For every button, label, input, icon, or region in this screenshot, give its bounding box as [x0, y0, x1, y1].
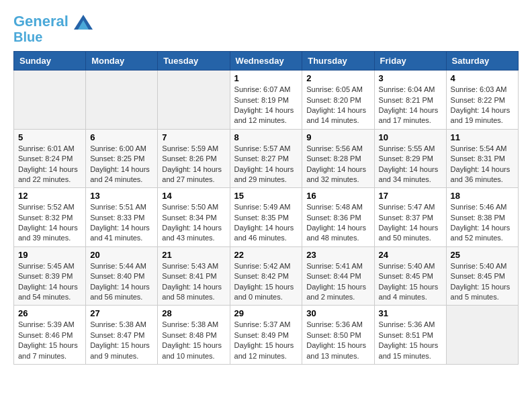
day-info: Sunrise: 6:01 AMSunset: 8:24 PMDaylight:…: [18, 144, 81, 185]
logo-blue: Blue: [13, 30, 93, 44]
day-number: 7: [162, 132, 225, 142]
calendar-week-row: 12Sunrise: 5:52 AMSunset: 8:32 PMDayligh…: [14, 188, 519, 247]
weekday-header: Sunday: [14, 52, 86, 71]
day-number: 8: [234, 132, 298, 142]
calendar-day-cell: 14Sunrise: 5:50 AMSunset: 8:34 PMDayligh…: [158, 188, 230, 247]
day-info: Sunrise: 6:03 AMSunset: 8:22 PMDaylight:…: [451, 85, 514, 126]
weekday-header: Tuesday: [158, 52, 230, 71]
logo-general: General: [13, 13, 69, 30]
weekday-header: Thursday: [302, 52, 374, 71]
calendar-day-cell: 13Sunrise: 5:51 AMSunset: 8:33 PMDayligh…: [86, 188, 158, 247]
calendar-week-row: 1Sunrise: 6:07 AMSunset: 8:19 PMDaylight…: [14, 71, 519, 130]
calendar-day-cell: 8Sunrise: 5:57 AMSunset: 8:27 PMDaylight…: [230, 129, 302, 188]
calendar-week-row: 26Sunrise: 5:39 AMSunset: 8:46 PMDayligh…: [14, 306, 519, 365]
day-number: 3: [379, 73, 442, 83]
calendar-day-cell: 2Sunrise: 6:05 AMSunset: 8:20 PMDaylight…: [302, 71, 374, 130]
day-info: Sunrise: 5:42 AMSunset: 8:42 PMDaylight:…: [234, 261, 298, 303]
calendar-day-cell: 5Sunrise: 6:01 AMSunset: 8:24 PMDaylight…: [14, 129, 86, 188]
day-number: 13: [90, 191, 153, 201]
calendar-day-cell: 20Sunrise: 5:44 AMSunset: 8:40 PMDayligh…: [86, 246, 158, 306]
calendar-day-cell: 3Sunrise: 6:04 AMSunset: 8:21 PMDaylight…: [374, 71, 446, 130]
calendar-day-cell: [158, 71, 230, 130]
calendar-day-cell: [446, 306, 518, 365]
day-number: 16: [306, 191, 369, 201]
calendar-day-cell: 31Sunrise: 5:36 AMSunset: 8:51 PMDayligh…: [374, 306, 446, 365]
calendar-day-cell: 18Sunrise: 5:46 AMSunset: 8:38 PMDayligh…: [446, 188, 518, 247]
calendar-week-row: 5Sunrise: 6:01 AMSunset: 8:24 PMDaylight…: [14, 129, 519, 188]
calendar-day-cell: 22Sunrise: 5:42 AMSunset: 8:42 PMDayligh…: [230, 246, 302, 306]
day-info: Sunrise: 5:40 AMSunset: 8:45 PMDaylight:…: [379, 261, 442, 303]
logo-text: General: [13, 13, 93, 30]
calendar-day-cell: 4Sunrise: 6:03 AMSunset: 8:22 PMDaylight…: [446, 71, 518, 130]
day-number: 12: [18, 191, 81, 201]
day-info: Sunrise: 5:45 AMSunset: 8:39 PMDaylight:…: [18, 261, 81, 303]
day-number: 6: [90, 132, 153, 142]
page-container: General Blue SundayMondayTuesdayWednesda…: [13, 13, 519, 365]
day-number: 24: [379, 250, 442, 260]
calendar-day-cell: 1Sunrise: 6:07 AMSunset: 8:19 PMDaylight…: [230, 71, 302, 130]
weekday-header: Monday: [86, 52, 158, 71]
day-number: 4: [451, 73, 514, 83]
calendar-day-cell: 9Sunrise: 5:56 AMSunset: 8:28 PMDaylight…: [302, 129, 374, 188]
day-info: Sunrise: 6:05 AMSunset: 8:20 PMDaylight:…: [306, 85, 369, 126]
day-number: 2: [306, 73, 369, 83]
day-info: Sunrise: 5:47 AMSunset: 8:37 PMDaylight:…: [379, 202, 442, 244]
day-info: Sunrise: 5:59 AMSunset: 8:26 PMDaylight:…: [162, 144, 225, 185]
day-number: 23: [306, 250, 369, 260]
day-info: Sunrise: 5:37 AMSunset: 8:49 PMDaylight:…: [234, 320, 298, 361]
day-number: 22: [234, 250, 298, 260]
day-number: 27: [90, 308, 153, 318]
day-info: Sunrise: 5:55 AMSunset: 8:29 PMDaylight:…: [379, 144, 442, 185]
day-number: 18: [451, 191, 514, 201]
calendar-day-cell: 24Sunrise: 5:40 AMSunset: 8:45 PMDayligh…: [374, 246, 446, 306]
day-number: 31: [379, 308, 442, 318]
calendar-day-cell: 23Sunrise: 5:41 AMSunset: 8:44 PMDayligh…: [302, 246, 374, 306]
logo-icon: [74, 15, 93, 30]
day-info: Sunrise: 5:50 AMSunset: 8:34 PMDaylight:…: [162, 202, 225, 244]
calendar: SundayMondayTuesdayWednesdayThursdayFrid…: [13, 51, 519, 365]
day-number: 25: [451, 250, 514, 260]
day-info: Sunrise: 5:41 AMSunset: 8:44 PMDaylight:…: [306, 261, 369, 303]
day-number: 11: [451, 132, 514, 142]
weekday-header: Wednesday: [230, 52, 302, 71]
day-info: Sunrise: 5:39 AMSunset: 8:46 PMDaylight:…: [18, 320, 81, 361]
day-info: Sunrise: 5:38 AMSunset: 8:47 PMDaylight:…: [90, 320, 153, 361]
day-number: 20: [90, 250, 153, 260]
calendar-day-cell: 28Sunrise: 5:38 AMSunset: 8:48 PMDayligh…: [158, 306, 230, 365]
day-info: Sunrise: 5:44 AMSunset: 8:40 PMDaylight:…: [90, 261, 153, 303]
day-number: 21: [162, 250, 225, 260]
day-number: 5: [18, 132, 81, 142]
header: General Blue: [13, 13, 519, 44]
logo: General Blue: [13, 13, 93, 44]
calendar-day-cell: 17Sunrise: 5:47 AMSunset: 8:37 PMDayligh…: [374, 188, 446, 247]
day-info: Sunrise: 5:54 AMSunset: 8:31 PMDaylight:…: [451, 144, 514, 185]
day-number: 1: [234, 73, 298, 83]
day-info: Sunrise: 5:48 AMSunset: 8:36 PMDaylight:…: [306, 202, 369, 244]
calendar-day-cell: 15Sunrise: 5:49 AMSunset: 8:35 PMDayligh…: [230, 188, 302, 247]
calendar-day-cell: 30Sunrise: 5:36 AMSunset: 8:50 PMDayligh…: [302, 306, 374, 365]
day-info: Sunrise: 5:56 AMSunset: 8:28 PMDaylight:…: [306, 144, 369, 185]
day-number: 15: [234, 191, 298, 201]
calendar-day-cell: 12Sunrise: 5:52 AMSunset: 8:32 PMDayligh…: [14, 188, 86, 247]
calendar-day-cell: [14, 71, 86, 130]
calendar-day-cell: 10Sunrise: 5:55 AMSunset: 8:29 PMDayligh…: [374, 129, 446, 188]
calendar-day-cell: 21Sunrise: 5:43 AMSunset: 8:41 PMDayligh…: [158, 246, 230, 306]
day-info: Sunrise: 6:04 AMSunset: 8:21 PMDaylight:…: [379, 85, 442, 126]
day-number: 9: [306, 132, 369, 142]
day-number: 10: [379, 132, 442, 142]
day-number: 19: [18, 250, 81, 260]
day-info: Sunrise: 5:49 AMSunset: 8:35 PMDaylight:…: [234, 202, 298, 244]
day-info: Sunrise: 5:57 AMSunset: 8:27 PMDaylight:…: [234, 144, 298, 185]
day-info: Sunrise: 5:38 AMSunset: 8:48 PMDaylight:…: [162, 320, 225, 361]
day-number: 28: [162, 308, 225, 318]
calendar-day-cell: 27Sunrise: 5:38 AMSunset: 8:47 PMDayligh…: [86, 306, 158, 365]
calendar-day-cell: 26Sunrise: 5:39 AMSunset: 8:46 PMDayligh…: [14, 306, 86, 365]
day-info: Sunrise: 5:36 AMSunset: 8:51 PMDaylight:…: [379, 320, 442, 361]
weekday-header: Saturday: [446, 52, 518, 71]
day-info: Sunrise: 5:51 AMSunset: 8:33 PMDaylight:…: [90, 202, 153, 244]
calendar-day-cell: 29Sunrise: 5:37 AMSunset: 8:49 PMDayligh…: [230, 306, 302, 365]
calendar-day-cell: 19Sunrise: 5:45 AMSunset: 8:39 PMDayligh…: [14, 246, 86, 306]
day-info: Sunrise: 5:40 AMSunset: 8:45 PMDaylight:…: [451, 261, 514, 303]
calendar-day-cell: 25Sunrise: 5:40 AMSunset: 8:45 PMDayligh…: [446, 246, 518, 306]
day-number: 17: [379, 191, 442, 201]
